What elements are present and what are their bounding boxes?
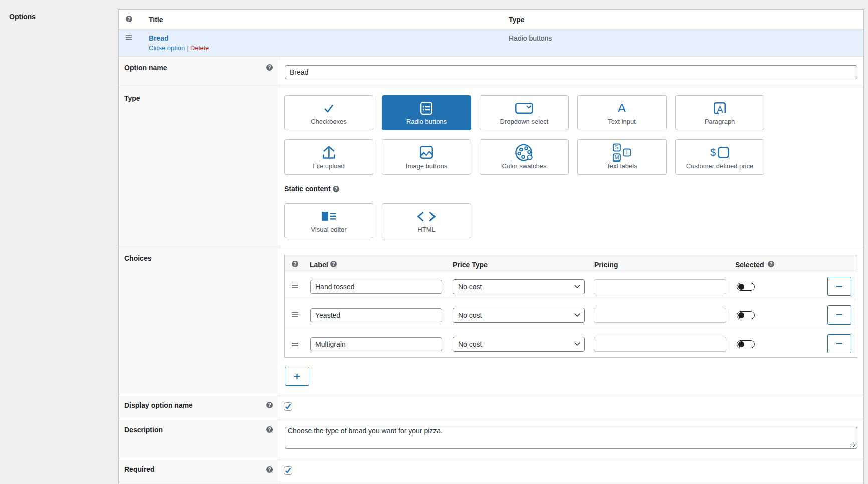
svg-text:L: L bbox=[625, 149, 628, 155]
svg-text:A: A bbox=[717, 104, 723, 114]
svg-text:M: M bbox=[614, 154, 619, 160]
svg-text:S: S bbox=[615, 144, 618, 150]
